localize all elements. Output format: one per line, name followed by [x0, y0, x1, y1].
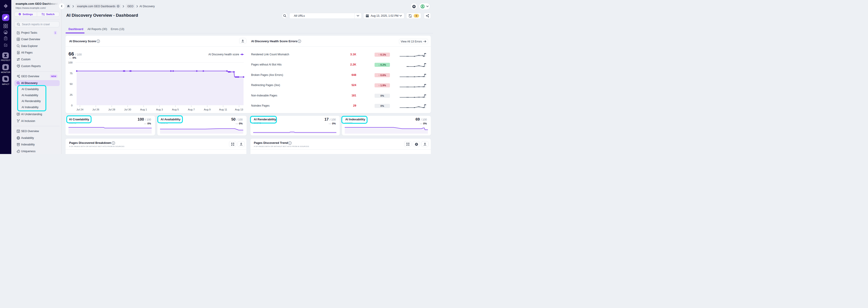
svg-text:100: 100	[68, 61, 72, 64]
svg-text:Jul 24: Jul 24	[76, 108, 84, 111]
svg-text:Aug 7: Aug 7	[188, 108, 195, 111]
svg-text:Jul 28: Jul 28	[108, 108, 115, 111]
svg-text:Aug 3: Aug 3	[156, 108, 163, 111]
svg-text:75: 75	[70, 72, 72, 75]
svg-text:25: 25	[70, 94, 72, 96]
svg-text:50: 50	[70, 83, 72, 85]
svg-text:Aug 1: Aug 1	[140, 108, 147, 111]
svg-text:Aug 5: Aug 5	[172, 108, 179, 111]
svg-text:Jul 30: Jul 30	[124, 108, 131, 111]
svg-text:Jul 26: Jul 26	[92, 108, 99, 111]
svg-text:Aug 11: Aug 11	[219, 108, 227, 111]
svg-text:Aug 9: Aug 9	[204, 108, 211, 111]
svg-text:0: 0	[71, 104, 72, 107]
svg-text:Aug 13: Aug 13	[235, 108, 243, 111]
